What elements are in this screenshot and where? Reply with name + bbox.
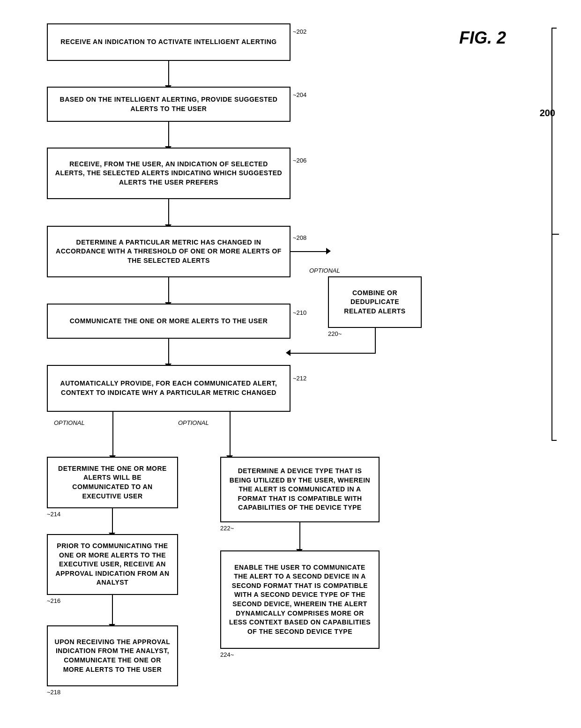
ref-202: ~202: [293, 28, 306, 35]
box-204: BASED ON THE INTELLIGENT ALERTING, PROVI…: [47, 87, 290, 122]
arrow-208-210: [168, 277, 169, 304]
box-202: RECEIVE AN INDICATION TO ACTIVATE INTELL…: [47, 23, 290, 61]
arrow-210-212: [168, 339, 169, 365]
box-218-text: UPON RECEIVING THE APPROVAL INDICATION F…: [54, 638, 171, 674]
fig-title: FIG. 2: [459, 28, 506, 47]
box-214-text: DETERMINE THE ONE OR MORE ALERTS WILL BE…: [54, 464, 171, 501]
box-204-text: BASED ON THE INTELLIGENT ALERTING, PROVI…: [54, 95, 283, 113]
box-214: DETERMINE THE ONE OR MORE ALERTS WILL BE…: [47, 457, 178, 508]
box-208-text: DETERMINE A PARTICULAR METRIC HAS CHANGE…: [54, 238, 283, 266]
box-220: COMBINE OR DEDUPLICATE RELATED ALERTS: [328, 276, 422, 328]
ref-206: ~206: [293, 157, 306, 164]
optional-label-left: OPTIONAL: [54, 419, 85, 426]
box-206-text: RECEIVE, FROM THE USER, AN INDICATION OF…: [54, 160, 283, 187]
box-222: DETERMINE A DEVICE TYPE THAT IS BEING UT…: [220, 457, 380, 522]
box-222-text: DETERMINE A DEVICE TYPE THAT IS BEING UT…: [228, 467, 372, 513]
box-212: AUTOMATICALLY PROVIDE, FOR EACH COMMUNIC…: [47, 365, 290, 412]
ref-208: ~208: [293, 234, 306, 241]
ref-218: ~218: [47, 689, 60, 696]
arrow-212-214-v: [112, 412, 113, 457]
arrow-206-208: [168, 199, 169, 226]
box-208: DETERMINE A PARTICULAR METRIC HAS CHANGE…: [47, 226, 290, 277]
arrow-202-204: [168, 61, 169, 87]
ref-222: 222~: [220, 525, 234, 532]
ref-210: ~210: [293, 309, 306, 316]
box-212-text: AUTOMATICALLY PROVIDE, FOR EACH COMMUNIC…: [54, 379, 283, 397]
box-202-text: RECEIVE AN INDICATION TO ACTIVATE INTELL…: [60, 37, 277, 47]
arrow-214-216: [112, 508, 113, 534]
box-206: RECEIVE, FROM THE USER, AN INDICATION OF…: [47, 148, 290, 199]
arrow-212-222-v: [230, 412, 231, 457]
ref-214: ~214: [47, 511, 60, 518]
optional-label-right: OPTIONAL: [178, 419, 209, 426]
bracket-200: [547, 23, 561, 445]
optional-label-220: OPTIONAL: [309, 267, 340, 274]
box-210: COMMUNICATE THE ONE OR MORE ALERTS TO TH…: [47, 304, 290, 339]
arrowhead-220-210: [286, 349, 290, 356]
box-210-text: COMMUNICATE THE ONE OR MORE ALERTS TO TH…: [70, 317, 268, 326]
box-218: UPON RECEIVING THE APPROVAL INDICATION F…: [47, 625, 178, 686]
box-224: ENABLE THE USER TO COMMUNICATE THE ALERT…: [220, 550, 380, 649]
box-216: PRIOR TO COMMUNICATING THE ONE OR MORE A…: [47, 534, 178, 595]
arrow-208-optional: [290, 251, 328, 252]
ref-204: ~204: [293, 91, 306, 98]
box-216-text: PRIOR TO COMMUNICATING THE ONE OR MORE A…: [54, 542, 171, 587]
arrow-204-206: [168, 122, 169, 148]
box-224-text: ENABLE THE USER TO COMMUNICATE THE ALERT…: [228, 563, 372, 637]
ref-212: ~212: [293, 375, 306, 382]
arrow-220-210: [375, 328, 376, 354]
arrow-220-210-h: [290, 353, 376, 354]
arrowhead-208-optional: [326, 248, 331, 254]
box-220-text: COMBINE OR DEDUPLICATE RELATED ALERTS: [335, 289, 414, 316]
ref-220: 220~: [328, 330, 342, 337]
ref-216: ~216: [47, 597, 60, 604]
arrow-222-224: [299, 522, 300, 550]
fig-label: FIG. 2: [459, 28, 506, 48]
arrow-216-218: [112, 595, 113, 625]
ref-224: 224~: [220, 651, 234, 658]
diagram-container: FIG. 2 200 RECEIVE AN INDICATION TO ACTI…: [0, 0, 581, 728]
